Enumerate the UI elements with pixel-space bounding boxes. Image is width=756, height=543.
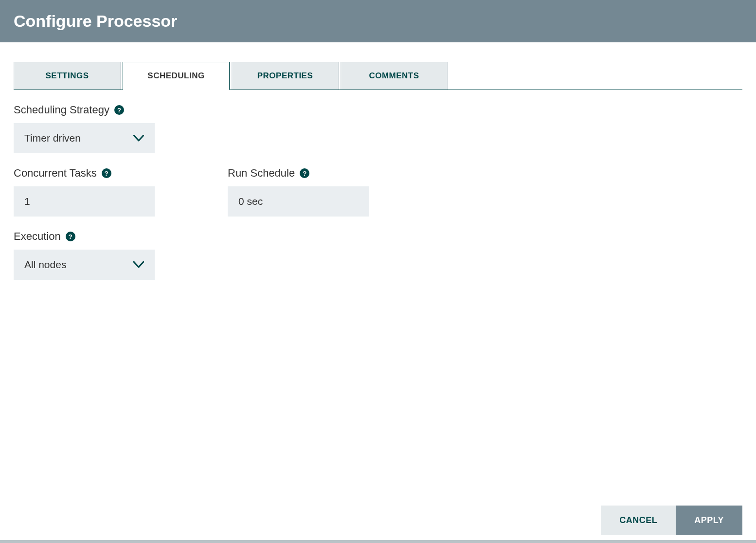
execution-value: All nodes — [24, 259, 66, 271]
help-icon[interactable]: ? — [66, 232, 75, 241]
execution-field: Execution ? All nodes — [14, 230, 155, 280]
configure-processor-dialog: Configure Processor SETTINGS SCHEDULING … — [0, 0, 756, 543]
help-icon[interactable]: ? — [300, 168, 309, 178]
concurrent-tasks-input[interactable] — [14, 186, 155, 217]
apply-button[interactable]: APPLY — [676, 506, 742, 535]
scheduling-strategy-label: Scheduling Strategy — [14, 104, 109, 116]
run-schedule-field: Run Schedule ? — [228, 167, 369, 217]
dialog-header: Configure Processor — [0, 0, 756, 42]
run-schedule-label: Run Schedule — [228, 167, 295, 180]
run-schedule-input[interactable] — [228, 186, 369, 217]
tab-bar: SETTINGS SCHEDULING PROPERTIES COMMENTS — [14, 62, 742, 90]
concurrent-tasks-field: Concurrent Tasks ? — [14, 167, 155, 217]
dialog-title: Configure Processor — [14, 12, 742, 31]
execution-label: Execution — [14, 230, 61, 243]
cancel-button[interactable]: CANCEL — [601, 506, 676, 535]
help-icon[interactable]: ? — [102, 168, 111, 178]
chevron-down-icon — [133, 135, 144, 142]
scheduling-strategy-value: Timer driven — [24, 132, 81, 144]
dialog-footer: CANCEL APPLY — [0, 506, 756, 540]
dialog-content: SETTINGS SCHEDULING PROPERTIES COMMENTS … — [0, 42, 756, 506]
chevron-down-icon — [133, 261, 144, 268]
tab-comments[interactable]: COMMENTS — [341, 62, 448, 90]
scheduling-form: Scheduling Strategy ? Timer driven Conc — [14, 90, 742, 506]
tab-properties[interactable]: PROPERTIES — [232, 62, 339, 90]
scheduling-strategy-field: Scheduling Strategy ? Timer driven — [14, 104, 155, 153]
scheduling-strategy-select[interactable]: Timer driven — [14, 123, 155, 153]
concurrent-tasks-label: Concurrent Tasks — [14, 167, 97, 180]
tab-settings[interactable]: SETTINGS — [14, 62, 121, 90]
help-icon[interactable]: ? — [114, 105, 124, 115]
tab-scheduling[interactable]: SCHEDULING — [123, 62, 230, 90]
execution-select[interactable]: All nodes — [14, 250, 155, 280]
